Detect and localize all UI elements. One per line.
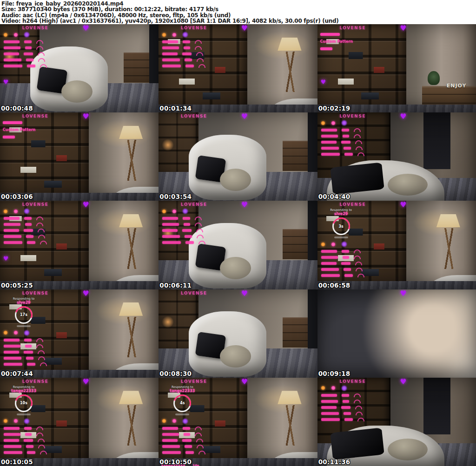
tip-amount-bar (26, 357, 33, 360)
heart-icon: ♥ (82, 378, 89, 386)
heart-icon: ♥ (82, 201, 89, 209)
response-timer: Responding toslve293s (323, 208, 359, 238)
tip-menu-row (162, 52, 233, 56)
responding-to-label: Responding to (164, 385, 200, 389)
video-thumbnail[interactable]: ENJOYLOVENSE♥♥Custom Pattern00:02:19 (317, 24, 476, 112)
vibration-wave-icon (197, 58, 204, 62)
tip-amount-bar (25, 46, 32, 49)
tip-level-bar (4, 357, 21, 360)
lamp-tripod (440, 228, 459, 269)
vibration-wave-icon (356, 268, 363, 271)
tip-menu-icons (162, 419, 233, 424)
tip-menu-row (4, 350, 75, 354)
tip-menu-row (321, 274, 392, 277)
tip-menu-row (321, 412, 392, 415)
tip-menu-row (4, 433, 75, 436)
video-thumbnail[interactable]: ENJOYLOVENSE♥00:04:40 (317, 112, 476, 201)
lamp-tripod (122, 140, 141, 180)
tip-menu-icons (4, 32, 75, 37)
tip-amount-bar (344, 274, 353, 277)
armchair (189, 135, 266, 200)
stream-overlay (160, 208, 233, 244)
vibration-wave-icon (357, 274, 364, 277)
tip-menu-row (162, 229, 233, 232)
responding-username: slve29 (323, 212, 359, 216)
timestamp-label: 00:09:18 (318, 370, 350, 377)
tip-amount-bar (182, 229, 192, 232)
video-thumbnail[interactable]: ENJOYLOVENSE♥♥00:00:48 (0, 24, 159, 112)
tip-menu-row (321, 262, 392, 265)
tip-menu-row (4, 235, 75, 238)
heart-icon: ♥ (320, 79, 326, 85)
video-thumbnail[interactable]: ENJOYLOVENSE♥♥00:05:25 (0, 201, 159, 289)
video-thumbnail[interactable]: ENJOY♥00:09:18 (317, 289, 476, 378)
tip-options-overlay: Custom Pattern (3, 121, 75, 138)
custom-pattern-label: Custom Pattern (3, 128, 75, 132)
orange-dot-icon (321, 243, 325, 246)
tip-amount-bar (25, 345, 32, 348)
tip-option-bar (320, 33, 340, 36)
tip-level-bar (162, 229, 178, 232)
beige-cushion (220, 257, 251, 279)
tip-level-bar (162, 241, 181, 244)
stream-overlay (160, 31, 233, 68)
video-thumbnail[interactable]: ENJOYLOVENSE♥00:06:11 (159, 201, 317, 289)
vibration-wave-icon (36, 40, 43, 44)
tip-amount-bar (344, 268, 351, 271)
video-thumbnail[interactable]: ENJOYLOVENSE♥Responding toslve2917s00:07… (0, 289, 159, 378)
pink-dot-icon (14, 331, 18, 335)
curtain (149, 24, 159, 88)
pink-dot-icon (14, 419, 18, 423)
tip-level-bar (321, 406, 337, 409)
beige-cushion (388, 174, 428, 196)
purple-dot-icon (24, 209, 29, 214)
video-thumbnail[interactable]: ENJOYLOVENSE♥Responding totango223334sQu… (159, 378, 317, 466)
heart-icon: ♥ (82, 25, 89, 32)
tip-level-bar (162, 223, 179, 226)
heart-icon: ♥ (241, 113, 248, 120)
response-timer: Responding totango2233310s (6, 385, 42, 415)
stream-overlay: Custom Pattern (2, 119, 75, 138)
timestamp-label: 00:10:50 (159, 458, 192, 466)
vibration-wave-icon (36, 223, 43, 226)
purple-dot-icon (24, 32, 29, 37)
tip-level-bar (162, 59, 180, 61)
timer-caption (334, 236, 348, 238)
vibration-wave-icon (195, 46, 202, 50)
heart-icon: ♥ (400, 290, 406, 297)
tip-amount-bar (183, 217, 190, 220)
tip-amount-bar (342, 250, 349, 253)
tip-level-bar (321, 394, 337, 397)
timestamp-label: 00:10:05 (1, 458, 33, 466)
tip-level-bar (4, 451, 22, 454)
heart-icon: ♥ (241, 25, 248, 32)
video-thumbnail[interactable]: ENJOYLOVENSE♥00:08:30 (159, 289, 317, 378)
video-thumbnail[interactable]: ENJOYLOVENSE♥Responding totango2233310s0… (0, 378, 159, 466)
vibration-wave-icon (40, 362, 47, 366)
video-thumbnail[interactable]: ENJOYLOVENSE♥Custom Pattern00:03:06 (0, 112, 159, 201)
tip-amount-bar (182, 53, 192, 55)
vibration-wave-icon (354, 256, 361, 259)
video-thumbnail[interactable]: ENJOYLOVENSE♥00:03:54 (159, 112, 317, 201)
video-thumbnail[interactable]: ENJOYLOVENSE♥00:01:34 (159, 24, 317, 112)
tip-menu-row (321, 249, 392, 253)
lovense-watermark: LOVENSE (22, 114, 49, 118)
vibration-wave-icon (195, 427, 202, 430)
tip-amount-bar (24, 439, 33, 442)
tip-menu-row (321, 394, 392, 397)
orange-dot-icon (321, 121, 325, 125)
video-thumbnail[interactable]: ENJOYLOVENSE♥Responding toslve293s00:06:… (317, 201, 476, 289)
tip-level-bar (4, 217, 20, 220)
vibration-wave-icon (38, 350, 45, 354)
tip-amount-bar (185, 65, 194, 67)
vibration-wave-icon (356, 146, 363, 150)
tip-amount-bar (342, 129, 349, 131)
tip-amount-bar (24, 53, 33, 55)
tip-level-bar (4, 345, 20, 348)
video-thumbnail[interactable]: ENJOYLOVENSE♥00:11:36 (317, 378, 476, 466)
curtain (308, 201, 317, 264)
vibration-wave-icon (38, 229, 45, 232)
tip-menu-row (4, 229, 75, 232)
heart-icon: ♥ (400, 113, 406, 120)
purple-dot-icon (342, 120, 347, 125)
